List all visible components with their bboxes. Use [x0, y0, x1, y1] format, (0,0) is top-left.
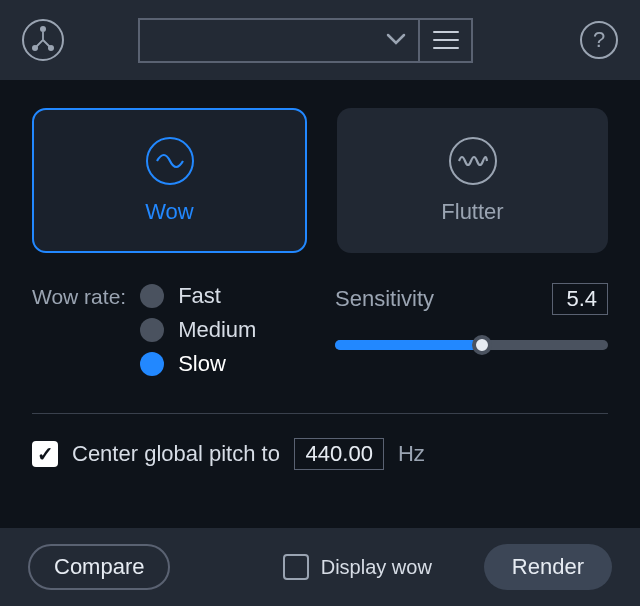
preset-menu-button[interactable] [418, 18, 473, 63]
radio-dot-icon [140, 284, 164, 308]
display-wow-label: Display wow [321, 556, 432, 579]
app-logo-icon [22, 19, 64, 61]
center-pitch-label: Center global pitch to [72, 441, 280, 467]
radio-dot-icon [140, 352, 164, 376]
slider-fill [335, 340, 482, 350]
section-divider [32, 413, 608, 414]
mode-card-wow[interactable]: Wow [32, 108, 307, 253]
mode-label-wow: Wow [145, 199, 194, 225]
center-pitch-checkbox[interactable]: ✓ [32, 441, 58, 467]
sensitivity-slider[interactable] [335, 337, 608, 353]
center-pitch-value-input[interactable]: 440.00 [294, 438, 384, 470]
display-wow-checkbox[interactable] [283, 554, 309, 580]
preset-dropdown[interactable] [138, 18, 418, 63]
pitch-unit-label: Hz [398, 441, 425, 467]
rate-option-fast[interactable]: Fast [140, 283, 256, 309]
chevron-down-icon [386, 29, 406, 52]
mode-card-flutter[interactable]: Flutter [337, 108, 608, 253]
wow-rate-label: Wow rate: [32, 283, 126, 377]
rate-option-slow[interactable]: Slow [140, 351, 256, 377]
slider-thumb[interactable] [472, 335, 492, 355]
wow-icon [146, 137, 194, 185]
sensitivity-label: Sensitivity [335, 286, 434, 312]
sensitivity-value-input[interactable]: 5.4 [552, 283, 608, 315]
mode-label-flutter: Flutter [441, 199, 503, 225]
rate-option-medium[interactable]: Medium [140, 317, 256, 343]
flutter-icon [449, 137, 497, 185]
help-button[interactable]: ? [580, 21, 618, 59]
render-button[interactable]: Render [484, 544, 612, 590]
compare-button[interactable]: Compare [28, 544, 170, 590]
wow-rate-radio-group: Fast Medium Slow [140, 283, 256, 377]
radio-dot-icon [140, 318, 164, 342]
footer-bar: Compare Display wow Render [0, 528, 640, 606]
top-toolbar: ? [0, 0, 640, 80]
